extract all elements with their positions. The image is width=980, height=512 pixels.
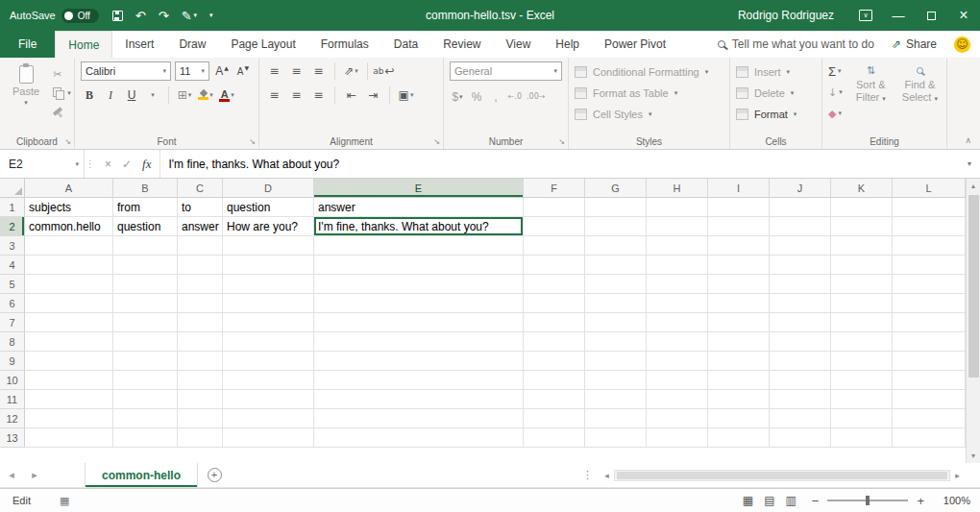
cell-B1[interactable]: from — [113, 198, 178, 217]
cell-J8[interactable] — [770, 332, 831, 352]
orientation-button[interactable]: ⇗▾ — [342, 61, 360, 81]
cell-J5[interactable] — [770, 275, 831, 294]
cell-E1[interactable]: answer — [314, 198, 524, 217]
cell-G2[interactable] — [585, 217, 647, 236]
middle-align-button[interactable]: ≡ — [287, 61, 306, 81]
cell-J6[interactable] — [770, 294, 831, 313]
cell-G7[interactable] — [585, 313, 647, 332]
number-format-select[interactable]: General▾ — [450, 61, 562, 81]
cell-B5[interactable] — [113, 275, 178, 294]
insert-cells-button[interactable]: Insert ▾ — [736, 61, 816, 83]
cell-I2[interactable] — [708, 217, 770, 236]
row-header-2[interactable]: 2 — [0, 217, 25, 236]
increase-indent-button[interactable]: ⇥ — [364, 85, 382, 105]
cell-L1[interactable] — [893, 198, 966, 217]
paste-button[interactable]: Paste ▾ — [6, 63, 46, 117]
feedback-smiley-button[interactable]: ☺ — [954, 37, 970, 53]
cell-D7[interactable] — [223, 313, 314, 332]
column-header-D[interactable]: D — [223, 179, 314, 198]
confirm-entry-button[interactable]: ✓ — [122, 158, 132, 171]
sheet-nav-prev-icon[interactable]: ◂ — [0, 463, 23, 487]
row-header-8[interactable]: 8 — [0, 332, 25, 352]
close-button[interactable]: × — [947, 0, 980, 31]
cell-K11[interactable] — [831, 390, 893, 409]
cell-C8[interactable] — [178, 332, 223, 352]
cell-H9[interactable] — [647, 352, 708, 371]
ribbon-tab-power-pivot[interactable]: Power Pivot — [592, 31, 678, 58]
ribbon-tab-help[interactable]: Help — [543, 31, 592, 58]
cell-H2[interactable] — [647, 217, 708, 236]
percent-style-button[interactable]: % — [469, 87, 484, 106]
ribbon-display-options-button[interactable]: ∨ — [849, 0, 882, 31]
cell-G9[interactable] — [585, 352, 647, 371]
cell-I10[interactable] — [708, 371, 770, 390]
cell-H11[interactable] — [647, 390, 708, 409]
column-header-E[interactable]: E — [314, 179, 524, 198]
cell-J9[interactable] — [770, 352, 831, 371]
cell-B7[interactable] — [113, 313, 178, 332]
format-cells-button[interactable]: Format ▾ — [736, 104, 816, 125]
cell-H1[interactable] — [647, 198, 708, 217]
cell-C2[interactable]: answer — [178, 217, 223, 236]
align-center-button[interactable]: ≡ — [287, 85, 306, 105]
column-header-B[interactable]: B — [113, 179, 178, 198]
cell-C7[interactable] — [178, 313, 223, 332]
cell-I7[interactable] — [708, 313, 770, 332]
cell-J3[interactable] — [770, 236, 831, 256]
cell-C11[interactable] — [178, 390, 223, 409]
cell-B12[interactable] — [113, 409, 178, 428]
collapse-ribbon-button[interactable]: ∧ — [965, 135, 971, 145]
cell-E7[interactable] — [314, 313, 524, 332]
cell-F3[interactable] — [524, 236, 585, 256]
cell-K1[interactable] — [831, 198, 893, 217]
hscroll-thumb[interactable] — [617, 472, 947, 479]
cell-K9[interactable] — [831, 352, 893, 371]
select-all-corner[interactable] — [0, 179, 25, 198]
cell-I1[interactable] — [708, 198, 770, 217]
cell-H3[interactable] — [647, 236, 708, 256]
cell-A1[interactable]: subjects — [25, 198, 113, 217]
cell-L9[interactable] — [893, 352, 966, 371]
cell-B3[interactable] — [113, 236, 178, 256]
formula-input[interactable]: I'm fine, thanks. What about you? — [160, 150, 959, 178]
conditional-formatting-button[interactable]: Conditional Formatting ▾ — [575, 61, 723, 83]
cell-E12[interactable] — [314, 409, 524, 428]
undo-button[interactable]: ↶ — [135, 9, 146, 23]
merge-center-button[interactable]: ▣▾ — [397, 85, 415, 105]
cell-B4[interactable] — [113, 256, 178, 275]
cell-B6[interactable] — [113, 294, 178, 313]
zoom-out-button[interactable]: − — [812, 494, 820, 508]
cell-K4[interactable] — [831, 256, 893, 275]
column-header-J[interactable]: J — [770, 179, 831, 198]
align-left-button[interactable]: ≡ — [265, 85, 283, 105]
row-header-7[interactable]: 7 — [0, 313, 25, 332]
cell-J4[interactable] — [770, 256, 831, 275]
cell-I4[interactable] — [708, 256, 770, 275]
ribbon-tab-review[interactable]: Review — [430, 31, 493, 58]
save-button[interactable] — [112, 11, 123, 21]
cell-A13[interactable] — [25, 428, 113, 448]
increase-font-size-button[interactable]: A▲ — [213, 61, 231, 81]
cell-E4[interactable] — [314, 256, 524, 275]
cell-F8[interactable] — [524, 332, 585, 352]
column-header-K[interactable]: K — [831, 179, 893, 198]
normal-view-button[interactable]: ▦ — [743, 494, 753, 507]
autosum-button[interactable]: Σ▾ — [828, 62, 843, 80]
cell-A11[interactable] — [25, 390, 113, 409]
cell-G13[interactable] — [585, 428, 647, 448]
cell-I5[interactable] — [708, 275, 770, 294]
wrap-text-button[interactable]: ab↩ — [375, 61, 393, 81]
cell-J11[interactable] — [770, 390, 831, 409]
column-header-G[interactable]: G — [585, 179, 647, 198]
decrease-font-size-button[interactable]: A▼ — [234, 61, 252, 81]
cell-C6[interactable] — [178, 294, 223, 313]
cell-C13[interactable] — [178, 428, 223, 448]
cell-E3[interactable] — [314, 236, 524, 256]
cell-F1[interactable] — [524, 198, 585, 217]
cell-G1[interactable] — [585, 198, 647, 217]
cell-H13[interactable] — [647, 428, 708, 448]
sort-filter-button[interactable]: ⇅ Sort & Filter ▾ — [850, 62, 892, 122]
cut-button[interactable]: ✂ — [53, 68, 71, 81]
cell-F9[interactable] — [524, 352, 585, 371]
cell-D3[interactable] — [223, 236, 314, 256]
